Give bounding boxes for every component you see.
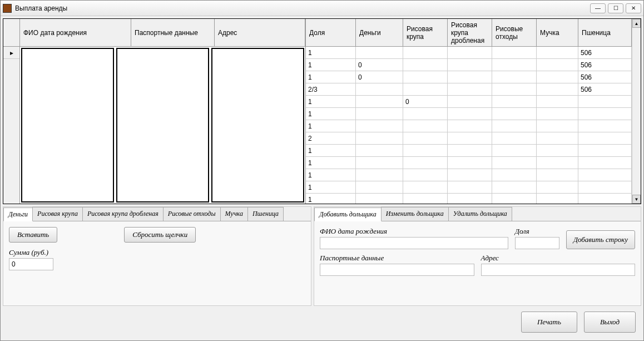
cell-rice_crushed[interactable] (448, 59, 492, 71)
reset-clicks-button[interactable]: Сбросить щелчки (124, 227, 196, 243)
cell-money[interactable] (356, 83, 403, 95)
cell-money[interactable] (356, 120, 403, 132)
cell-rice[interactable] (403, 194, 448, 204)
cell-rice_crushed[interactable] (448, 181, 492, 193)
address-input[interactable] (481, 264, 636, 276)
table-row[interactable]: 10 (306, 96, 632, 108)
minimize-button[interactable]: — (590, 3, 606, 13)
col-flour[interactable]: Мучка (537, 19, 578, 46)
cell-rice_waste[interactable] (492, 194, 537, 204)
cell-wheat[interactable]: 506 (578, 47, 632, 58)
cell-rice_crushed[interactable] (448, 71, 492, 83)
cell-rice_waste[interactable] (492, 47, 537, 58)
sum-input[interactable] (9, 258, 53, 270)
table-row[interactable]: 1 (306, 145, 632, 157)
cell-money[interactable] (356, 194, 403, 204)
tab-rice-crushed[interactable]: Рисовая крупа дробленая (82, 207, 164, 221)
cell-flour[interactable] (537, 145, 578, 156)
cell-rice_waste[interactable] (492, 157, 537, 169)
tab-money[interactable]: Деньги (3, 207, 33, 221)
col-rice-waste[interactable]: Рисовые отходы (492, 19, 537, 46)
cell-share[interactable]: 1 (306, 157, 356, 169)
tab-edit-shareholder[interactable]: Изменить дольщика (381, 207, 449, 221)
table-row[interactable]: 2 (306, 132, 632, 145)
col-money[interactable]: Деньги (356, 19, 403, 46)
cell-wheat[interactable] (578, 157, 632, 169)
cell-money[interactable] (356, 169, 403, 181)
cell-money[interactable] (356, 157, 403, 169)
share-input[interactable] (515, 237, 559, 249)
table-row[interactable]: 1 (306, 120, 632, 132)
table-row[interactable]: 1506 (306, 47, 632, 59)
cell-wheat[interactable] (578, 181, 632, 193)
cell-money[interactable] (356, 181, 403, 193)
print-button[interactable]: Печать (521, 312, 577, 333)
cell-wheat[interactable]: 506 (578, 83, 632, 95)
col-passport[interactable]: Паспортные данные (131, 19, 215, 46)
cell-wheat[interactable] (578, 145, 632, 156)
cell-wheat[interactable] (578, 132, 632, 144)
cell-flour[interactable] (537, 108, 578, 120)
insert-button[interactable]: Вставить (9, 227, 57, 243)
cell-money[interactable] (356, 145, 403, 156)
passport-input[interactable] (320, 264, 474, 276)
cell-money[interactable] (356, 108, 403, 120)
cell-rice[interactable] (403, 132, 448, 144)
cell-wheat[interactable] (578, 194, 632, 204)
cell-rice[interactable] (403, 145, 448, 156)
cell-rice_crushed[interactable] (448, 96, 492, 107)
cell-rice[interactable] (403, 120, 448, 132)
table-row[interactable]: 2/3506 (306, 83, 632, 96)
tab-add-shareholder[interactable]: Добавить дольщика (314, 207, 382, 221)
exit-button[interactable]: Выход (584, 312, 636, 333)
col-rice[interactable]: Рисовая крупа (403, 19, 448, 46)
cell-wheat[interactable]: 506 (578, 71, 632, 83)
table-row[interactable]: 1 (306, 169, 632, 181)
table-row[interactable]: 10506 (306, 59, 632, 71)
close-button[interactable]: ✕ (626, 3, 641, 13)
cell-rice_waste[interactable] (492, 59, 537, 71)
cell-rice_crushed[interactable] (448, 169, 492, 181)
cell-rice_crushed[interactable] (448, 108, 492, 120)
cell-rice_crushed[interactable] (448, 47, 492, 58)
cell-rice_waste[interactable] (492, 108, 537, 120)
cell-flour[interactable] (537, 47, 578, 58)
table-row[interactable]: 1 (306, 108, 632, 120)
cell-share[interactable]: 1 (306, 108, 356, 120)
cell-flour[interactable] (537, 83, 578, 95)
cell-money[interactable]: 0 (356, 59, 403, 71)
cell-share[interactable]: 1 (306, 71, 356, 83)
cell-share[interactable]: 1 (306, 96, 356, 107)
col-rice-crushed[interactable]: Рисовая крупа дробленая (448, 19, 492, 46)
col-fio[interactable]: ФИО дата рождения (20, 19, 131, 46)
cell-rice[interactable] (403, 59, 448, 71)
cell-rice_crushed[interactable] (448, 83, 492, 95)
scroll-down-icon[interactable]: ▼ (632, 195, 641, 204)
table-row[interactable]: 1 (306, 181, 632, 194)
cell-share[interactable]: 2 (306, 132, 356, 144)
grid-body-right[interactable]: 150610506105062/35061011211111 (306, 47, 632, 204)
cell-flour[interactable] (537, 194, 578, 204)
cell-wheat[interactable] (578, 108, 632, 120)
vertical-scrollbar[interactable]: ▲ ▼ (632, 19, 641, 204)
cell-money[interactable] (356, 96, 403, 107)
cell-rice_waste[interactable] (492, 145, 537, 156)
cell-flour[interactable] (537, 120, 578, 132)
col-wheat[interactable]: Пшеница (578, 19, 632, 46)
cell-rice_waste[interactable] (492, 120, 537, 132)
tab-wheat[interactable]: Пшеница (247, 207, 284, 221)
table-row[interactable]: 1 (306, 157, 632, 169)
cell-rice_crushed[interactable] (448, 145, 492, 156)
cell-rice[interactable]: 0 (403, 96, 448, 107)
cell-rice[interactable] (403, 157, 448, 169)
cell-money[interactable]: 0 (356, 71, 403, 83)
cell-wheat[interactable] (578, 120, 632, 132)
tab-flour[interactable]: Мучка (220, 207, 248, 221)
cell-flour[interactable] (537, 96, 578, 107)
tab-rice[interactable]: Рисовая крупа (32, 207, 83, 221)
cell-share[interactable]: 1 (306, 181, 356, 193)
cell-share[interactable]: 2/3 (306, 83, 356, 95)
cell-rice[interactable] (403, 71, 448, 83)
fio-input[interactable] (320, 237, 508, 249)
scroll-track[interactable] (632, 28, 641, 195)
